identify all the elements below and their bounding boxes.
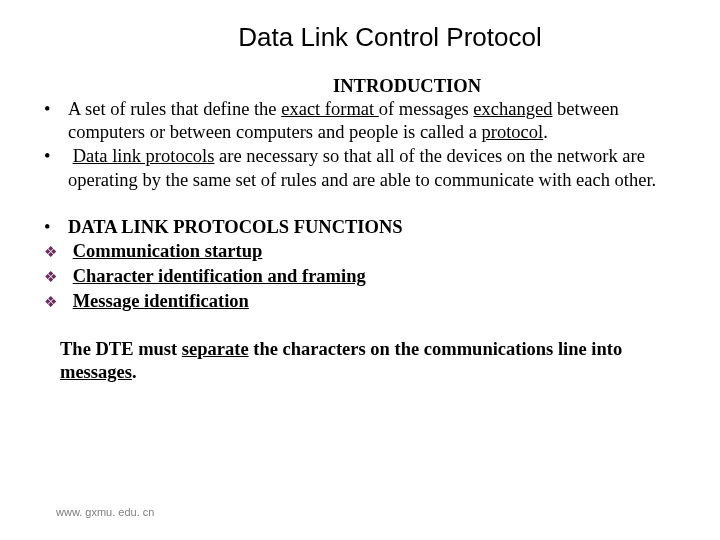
bullet-dot-icon xyxy=(40,216,68,239)
bullet-dot-icon xyxy=(40,98,68,144)
functions-heading-row: DATA LINK PROTOCOLS FUNCTIONS xyxy=(40,216,664,239)
underline-text: separate xyxy=(182,339,249,359)
intro-heading: INTRODUCTION xyxy=(150,75,664,98)
functions-heading: DATA LINK PROTOCOLS FUNCTIONS xyxy=(68,216,664,239)
underline-text: Data link protocols xyxy=(73,146,215,166)
bullet-dot-icon xyxy=(40,145,68,191)
function-item-1: Communication startup xyxy=(40,240,664,264)
text-segment: A set of rules that define the xyxy=(68,99,281,119)
content-block: INTRODUCTION A set of rules that define … xyxy=(40,75,664,314)
text-segment: . xyxy=(132,362,137,382)
intro-bullet-2: Data link protocols are necessary so tha… xyxy=(40,145,664,191)
underline-text: Message identification xyxy=(73,291,249,311)
text-segment: . xyxy=(543,122,548,142)
functions-group: DATA LINK PROTOCOLS FUNCTIONS Communicat… xyxy=(40,216,664,314)
underline-text: Character identification and framing xyxy=(73,266,366,286)
text-segment: the characters on the communications lin… xyxy=(249,339,623,359)
function-item-3: Message identification xyxy=(40,290,664,314)
text-segment: of messages xyxy=(379,99,474,119)
diamond-icon xyxy=(40,265,68,289)
diamond-icon xyxy=(40,290,68,314)
underline-text: exchanged xyxy=(473,99,552,119)
closing-text: The DTE must separate the characters on … xyxy=(60,338,664,384)
diamond-icon xyxy=(40,240,68,264)
page-title: Data Link Control Protocol xyxy=(60,22,720,53)
underline-text: protocol xyxy=(482,122,544,142)
function-item-2: Character identification and framing xyxy=(40,265,664,289)
text-segment: The DTE must xyxy=(60,339,182,359)
underline-text: messages xyxy=(60,362,132,382)
intro-bullet-1: A set of rules that define the exact for… xyxy=(40,98,664,144)
footer-url: www. gxmu. edu. cn xyxy=(56,506,154,518)
underline-text: exact format xyxy=(281,99,379,119)
underline-text: Communication startup xyxy=(73,241,263,261)
